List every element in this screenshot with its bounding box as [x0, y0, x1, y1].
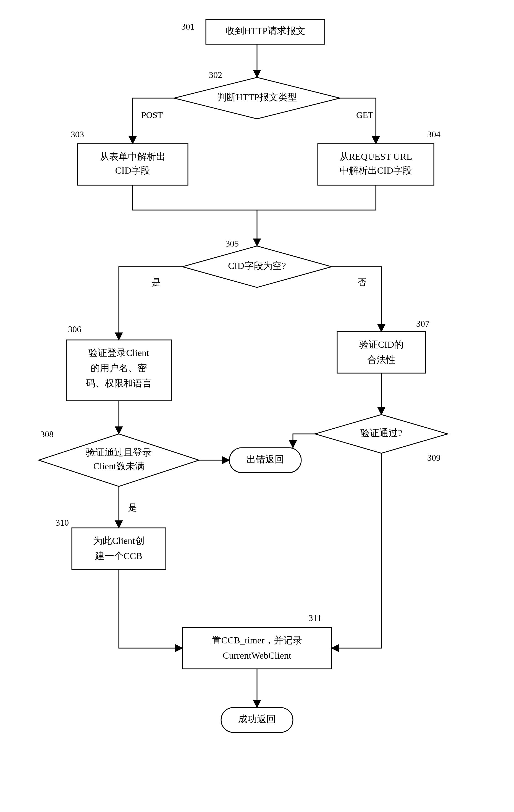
n311-l2: CurrentWebClient — [223, 650, 291, 661]
n307-num: 307 — [416, 319, 429, 329]
edge-309-error — [293, 434, 315, 448]
n308-l1: 验证通过且登录 — [86, 447, 152, 457]
svg-rect-10 — [72, 528, 166, 569]
svg-rect-3 — [318, 144, 434, 185]
n309-num: 309 — [427, 453, 440, 463]
edge-310-311 — [119, 569, 182, 648]
svg-marker-7 — [39, 434, 199, 487]
n310-l1: 为此Client创 — [93, 535, 144, 546]
edge-308-yes: 是 — [128, 502, 137, 513]
n307-l1: 验证CID的 — [359, 339, 404, 350]
edge-303-merge — [133, 185, 257, 210]
ok-text: 成功返回 — [238, 714, 276, 724]
err-text: 出错返回 — [247, 454, 284, 464]
n306-l1: 验证登录Client — [88, 348, 149, 358]
n301-text: 收到HTTP请求报文 — [226, 26, 305, 36]
node-307-verify-cid-validity: 验证CID的 合法性 307 — [337, 319, 429, 373]
edge-302-303 — [133, 98, 174, 144]
edge-get-label: GET — [356, 110, 374, 120]
n306-l2: 的用户名、密 — [91, 363, 147, 373]
edge-305-no: 否 — [358, 277, 366, 287]
n305-num: 305 — [226, 238, 239, 249]
edge-302-304 — [340, 98, 376, 144]
n302-num: 302 — [209, 70, 222, 80]
edge-post-label: POST — [141, 110, 163, 120]
svg-rect-11 — [182, 628, 332, 669]
svg-rect-2 — [77, 144, 188, 185]
n311-num: 311 — [309, 613, 322, 623]
n308-num: 308 — [40, 429, 54, 439]
edge-305-307 — [332, 267, 381, 332]
n304-l1: 从REQUEST URL — [340, 151, 412, 162]
node-308-verified-and-not-full: 验证通过且登录 Client数未满 308 — [39, 429, 199, 487]
n311-l1: 置CCB_timer，并记录 — [212, 635, 302, 645]
n309-text: 验证通过? — [360, 428, 402, 438]
svg-rect-6 — [337, 332, 426, 373]
n303-l2: CID字段 — [115, 165, 150, 175]
n303-num: 303 — [71, 129, 84, 139]
n301-num: 301 — [181, 22, 195, 31]
node-303-parse-cid-from-form: 从表单中解析出 CID字段 303 — [71, 129, 188, 185]
edge-305-yes: 是 — [152, 277, 161, 287]
node-310-create-ccb: 为此Client创 建一个CCB 310 — [56, 518, 166, 569]
n306-l3: 码、权限和语言 — [86, 378, 152, 388]
n308-l2: Client数未满 — [93, 461, 144, 471]
n302-text: 判断HTTP报文类型 — [217, 92, 297, 102]
node-304-parse-cid-from-url: 从REQUEST URL 中解析出CID字段 304 — [318, 129, 440, 185]
node-success-return: 成功返回 — [221, 707, 293, 732]
edge-309-311 — [332, 453, 381, 648]
n305-text: CID字段为空? — [228, 261, 286, 271]
n310-num: 310 — [56, 518, 69, 528]
n304-l2: 中解析出CID字段 — [340, 165, 412, 175]
node-311-set-ccb-timer: 置CCB_timer，并记录 CurrentWebClient 311 — [182, 613, 332, 669]
node-error-return: 出错返回 — [229, 448, 301, 473]
n304-num: 304 — [427, 129, 440, 139]
n310-l2: 建一个CCB — [95, 551, 142, 561]
n306-num: 306 — [68, 324, 81, 334]
edge-304-merge — [257, 185, 376, 210]
node-301-receive-http-request: 收到HTTP请求报文 301 — [181, 19, 325, 44]
n307-l2: 合法性 — [367, 355, 395, 365]
n303-l1: 从表单中解析出 — [100, 151, 166, 162]
edge-305-306 — [119, 267, 182, 340]
